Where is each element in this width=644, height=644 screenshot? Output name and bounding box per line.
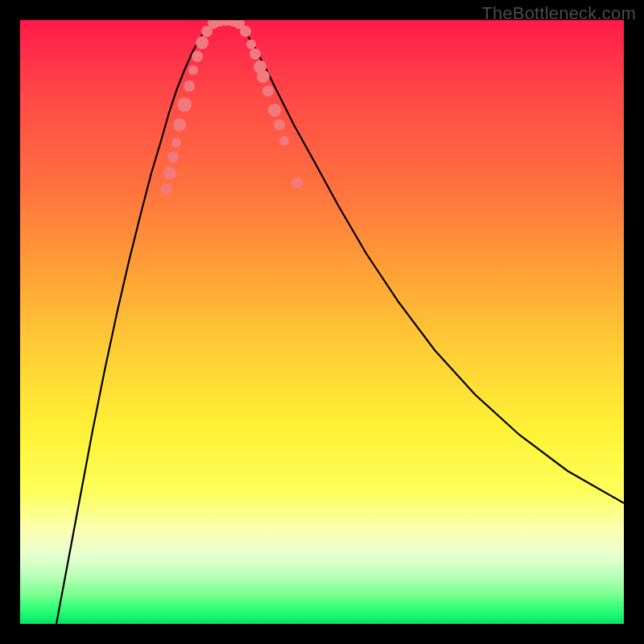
chart-svg xyxy=(20,20,624,624)
data-point xyxy=(246,39,256,49)
data-point xyxy=(240,26,251,37)
data-point xyxy=(291,177,303,188)
data-point xyxy=(268,104,281,117)
watermark-text: TheBottleneck.com xyxy=(481,3,636,24)
data-point xyxy=(257,70,270,83)
data-point xyxy=(173,118,186,131)
data-point xyxy=(188,65,198,75)
data-point xyxy=(250,48,261,60)
data-point xyxy=(196,36,208,49)
data-point xyxy=(274,119,285,130)
bottleneck-curve xyxy=(56,20,624,624)
data-point xyxy=(279,136,289,146)
data-point xyxy=(177,97,192,112)
chart-frame: TheBottleneck.com xyxy=(0,0,644,644)
curve-path xyxy=(56,20,624,624)
data-point xyxy=(262,85,274,97)
data-points xyxy=(161,20,303,195)
data-point xyxy=(161,184,172,195)
data-point xyxy=(184,80,195,92)
data-point xyxy=(163,167,176,180)
plot-area xyxy=(20,20,624,624)
data-point xyxy=(192,51,203,62)
data-point xyxy=(171,138,181,147)
data-point xyxy=(167,151,179,163)
